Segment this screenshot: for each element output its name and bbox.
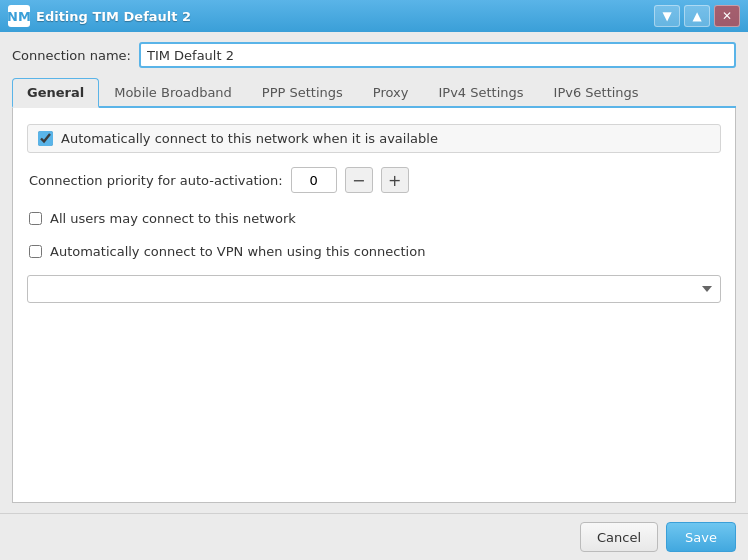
auto-connect-row[interactable]: Automatically connect to this network wh… bbox=[27, 124, 721, 153]
priority-input[interactable] bbox=[291, 167, 337, 193]
app-icon: NM bbox=[8, 5, 30, 27]
vpn-dropdown-wrapper bbox=[27, 275, 721, 303]
titlebar-left: NM Editing TIM Default 2 bbox=[8, 5, 191, 27]
auto-vpn-row[interactable]: Automatically connect to VPN when using … bbox=[27, 240, 721, 263]
titlebar: NM Editing TIM Default 2 ▼ ▲ ✕ bbox=[0, 0, 748, 32]
auto-connect-label: Automatically connect to this network wh… bbox=[61, 131, 438, 146]
tab-ipv4-settings[interactable]: IPv4 Settings bbox=[423, 78, 538, 106]
tab-mobile-broadband[interactable]: Mobile Broadband bbox=[99, 78, 247, 106]
auto-connect-checkbox[interactable] bbox=[38, 131, 53, 146]
close-button[interactable]: ✕ bbox=[714, 5, 740, 27]
decrement-button[interactable]: − bbox=[345, 167, 373, 193]
button-bar: Cancel Save bbox=[0, 513, 748, 560]
save-button[interactable]: Save bbox=[666, 522, 736, 552]
general-tab-panel: Automatically connect to this network wh… bbox=[12, 108, 736, 503]
tab-ppp-settings[interactable]: PPP Settings bbox=[247, 78, 358, 106]
auto-vpn-label: Automatically connect to VPN when using … bbox=[50, 244, 425, 259]
titlebar-controls: ▼ ▲ ✕ bbox=[654, 5, 740, 27]
cancel-button[interactable]: Cancel bbox=[580, 522, 658, 552]
connection-name-label: Connection name: bbox=[12, 48, 131, 63]
vpn-dropdown[interactable] bbox=[27, 275, 721, 303]
all-users-checkbox[interactable] bbox=[29, 212, 42, 225]
priority-label: Connection priority for auto-activation: bbox=[29, 173, 283, 188]
tab-proxy[interactable]: Proxy bbox=[358, 78, 424, 106]
all-users-label: All users may connect to this network bbox=[50, 211, 296, 226]
maximize-button[interactable]: ▲ bbox=[684, 5, 710, 27]
connection-name-row: Connection name: bbox=[12, 42, 736, 68]
auto-vpn-checkbox[interactable] bbox=[29, 245, 42, 258]
tab-bar: General Mobile Broadband PPP Settings Pr… bbox=[12, 78, 736, 108]
connection-name-input[interactable] bbox=[139, 42, 736, 68]
increment-button[interactable]: + bbox=[381, 167, 409, 193]
spacer bbox=[27, 313, 721, 486]
priority-row: Connection priority for auto-activation:… bbox=[27, 163, 721, 197]
minimize-button[interactable]: ▼ bbox=[654, 5, 680, 27]
main-content: Connection name: General Mobile Broadban… bbox=[0, 32, 748, 513]
all-users-row[interactable]: All users may connect to this network bbox=[27, 207, 721, 230]
tab-ipv6-settings[interactable]: IPv6 Settings bbox=[539, 78, 654, 106]
tab-general[interactable]: General bbox=[12, 78, 99, 108]
titlebar-title: Editing TIM Default 2 bbox=[36, 9, 191, 24]
